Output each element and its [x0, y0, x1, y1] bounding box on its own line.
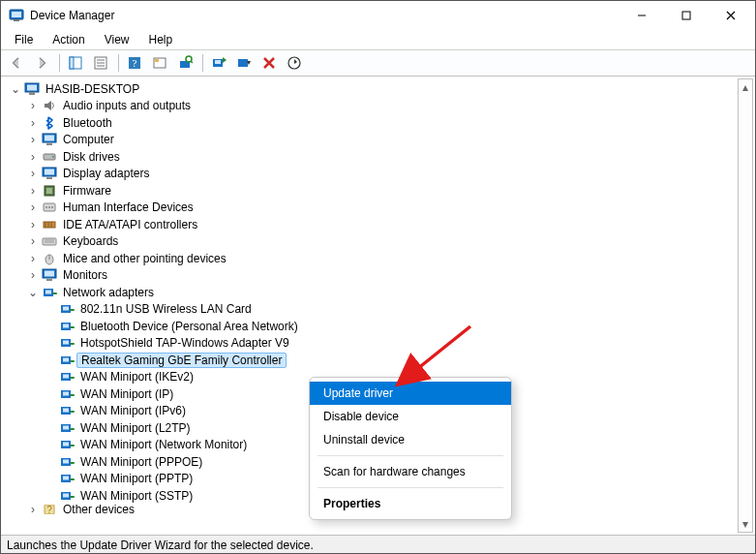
help-button[interactable]: ?: [123, 51, 146, 75]
disable-device-button[interactable]: [232, 51, 256, 75]
network-adapter-icon: [59, 454, 75, 470]
device-manager-icon: [9, 8, 24, 23]
cm-uninstall-device[interactable]: Uninstall device: [310, 428, 511, 451]
menu-view[interactable]: View: [97, 31, 137, 48]
cm-disable-device[interactable]: Disable device: [310, 405, 511, 428]
scroll-thumb[interactable]: [739, 95, 752, 516]
cm-label: Update driver: [323, 386, 393, 400]
expand-icon[interactable]: ›: [26, 99, 40, 112]
menu-action[interactable]: Action: [45, 31, 92, 48]
tree-device-label: WAN Miniport (PPPOE): [78, 455, 204, 469]
tree-category-label: Audio inputs and outputs: [61, 99, 193, 112]
scroll-up-icon[interactable]: ▴: [739, 79, 752, 95]
expand-icon[interactable]: ›: [26, 252, 40, 265]
tree-category[interactable]: › Display adapters: [9, 166, 738, 183]
tree-category[interactable]: › Monitors: [9, 267, 738, 285]
tree-category[interactable]: › Human Interface Devices: [9, 200, 738, 217]
update-driver-button[interactable]: [207, 51, 230, 75]
titlebar: Device Manager: [1, 1, 755, 30]
tree-device-label: Realtek Gaming GbE Family Controller: [76, 353, 287, 368]
back-button[interactable]: [5, 51, 28, 75]
tree-device[interactable]: › HotspotShield TAP-Windows Adapter V9: [9, 335, 738, 353]
menubar: File Action View Help: [1, 30, 755, 49]
vertical-scrollbar[interactable]: ▴ ▾: [738, 78, 753, 533]
toolbar-separator: [118, 54, 119, 72]
tree-category[interactable]: › Computer: [9, 132, 738, 149]
toolbar-separator: [202, 54, 203, 72]
cm-label: Uninstall device: [323, 433, 405, 446]
expand-icon[interactable]: ›: [26, 234, 40, 248]
scroll-down-icon[interactable]: ▾: [739, 516, 752, 532]
expand-icon[interactable]: ›: [26, 505, 40, 514]
tree-category[interactable]: › Bluetooth: [9, 114, 738, 132]
hid-icon: [42, 200, 57, 215]
tree-device-label: WAN Miniport (L2TP): [78, 421, 193, 435]
show-hide-tree-button[interactable]: [64, 51, 87, 75]
network-adapter-icon: [59, 369, 75, 385]
expand-icon[interactable]: ›: [26, 184, 40, 198]
svg-rect-18: [215, 60, 221, 64]
maximize-button[interactable]: [664, 1, 709, 30]
net-icon: [42, 285, 57, 300]
cm-update-driver[interactable]: Update driver: [310, 382, 511, 405]
svg-rect-2: [14, 19, 19, 21]
tree-device[interactable]: › Bluetooth Device (Personal Area Networ…: [9, 318, 738, 335]
svg-line-16: [191, 61, 193, 63]
tree-category-label: IDE ATA/ATAPI controllers: [61, 218, 199, 231]
close-button[interactable]: [709, 1, 753, 30]
monitor-icon: [42, 132, 57, 147]
tree-category-label: Bluetooth: [61, 116, 114, 130]
expand-icon[interactable]: ›: [26, 116, 40, 130]
expand-icon[interactable]: ›: [26, 218, 40, 231]
chip-icon: [42, 183, 57, 199]
scan-hardware-button[interactable]: [173, 51, 197, 75]
tree-category-label: Keyboards: [61, 234, 120, 248]
action-toolbar-1[interactable]: [148, 51, 171, 75]
tree-category[interactable]: › Disk drives: [9, 148, 738, 166]
tree-category[interactable]: › Audio inputs and outputs: [9, 98, 738, 115]
tree-category-label: Disk drives: [61, 150, 122, 164]
context-menu: Update driver Disable device Uninstall d…: [309, 377, 512, 520]
expand-icon[interactable]: ›: [26, 200, 40, 214]
action-toolbar-2[interactable]: [283, 51, 306, 75]
bluetooth-icon: [42, 115, 57, 131]
cm-scan-hardware[interactable]: Scan for hardware changes: [310, 460, 511, 483]
expand-icon[interactable]: ›: [26, 133, 40, 146]
cm-properties[interactable]: Properties: [310, 492, 511, 515]
toolbar-separator: [59, 54, 60, 72]
collapse-icon[interactable]: ⌄: [26, 286, 40, 299]
properties-toolbar-button[interactable]: [89, 51, 112, 75]
menu-file[interactable]: File: [7, 31, 41, 48]
forward-button[interactable]: [30, 51, 53, 75]
expand-icon[interactable]: ›: [26, 167, 40, 180]
tree-category[interactable]: ⌄ Network adapters: [9, 284, 738, 301]
tree-category[interactable]: › Mice and other pointing devices: [9, 250, 738, 267]
expand-icon[interactable]: ›: [26, 150, 40, 164]
tree-root-label: HASIB-DESKTOP: [44, 82, 141, 96]
svg-rect-1: [12, 12, 21, 17]
network-adapter-icon: [59, 437, 75, 452]
expand-icon[interactable]: ›: [26, 268, 40, 282]
tree-category[interactable]: › Keyboards: [9, 233, 738, 251]
tree-device[interactable]: › 802.11n USB Wireless LAN Card: [9, 301, 738, 319]
tree-category[interactable]: › IDE ATA/ATAPI controllers: [9, 216, 738, 233]
collapse-icon[interactable]: ⌄: [9, 82, 22, 96]
minimize-button[interactable]: [620, 1, 664, 30]
svg-rect-19: [238, 59, 248, 67]
keyboard-icon: [42, 233, 57, 249]
tree-root[interactable]: ⌄ HASIB-DESKTOP: [9, 80, 738, 98]
tree-device-label: WAN Miniport (PPTP): [78, 472, 195, 485]
menu-help[interactable]: Help: [141, 31, 181, 48]
tree-category[interactable]: › Firmware: [9, 182, 738, 200]
tree-device-label: HotspotShield TAP-Windows Adapter V9: [78, 336, 291, 350]
tree-category-label: Display adapters: [61, 167, 151, 180]
svg-rect-5: [70, 57, 74, 69]
uninstall-device-button[interactable]: [257, 51, 281, 75]
tree-category-label: Monitors: [61, 268, 109, 282]
network-adapter-icon: [59, 403, 75, 418]
network-adapter-icon: [59, 420, 75, 436]
tree-device-label: Bluetooth Device (Personal Area Network): [78, 320, 300, 333]
svg-text:?: ?: [133, 57, 137, 69]
svg-rect-13: [155, 59, 159, 62]
tree-device[interactable]: › Realtek Gaming GbE Family Controller: [9, 352, 738, 369]
